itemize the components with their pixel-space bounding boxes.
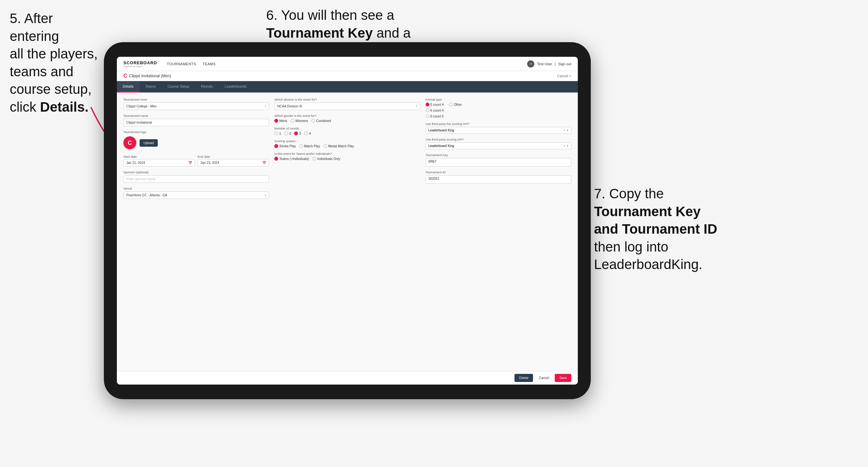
tablet-screen: SCOREBOARD Powered by clippd TOURNAMENTS… <box>117 57 578 384</box>
sign-out-link[interactable]: Sign out <box>558 62 571 66</box>
radio-r4-icon <box>304 131 308 135</box>
scoring-match[interactable]: Match Play <box>299 144 320 148</box>
teams-radio-group: Teams (+Individuals) Individuals Only <box>274 157 420 161</box>
round-3[interactable]: 3 <box>294 131 301 135</box>
rounds-radio-group: 1 2 3 4 <box>274 131 420 135</box>
tab-details[interactable]: Details <box>117 81 140 93</box>
tournament-id-label: Tournament ID <box>426 170 571 174</box>
radio-individuals-icon <box>312 157 316 161</box>
form-col-2: Which division is the event for? NCAA Di… <box>274 98 420 366</box>
teams-label: Is this event for Teams and/or Individua… <box>274 152 420 155</box>
format-other[interactable]: Other <box>449 102 462 106</box>
scoring-group: Scoring system Stroke Play Match Play <box>274 139 420 148</box>
tournament-name-input[interactable]: Clippd Invitational <box>123 119 269 126</box>
gender-womens[interactable]: Womens <box>290 119 308 123</box>
gender-group: Which gender is the event for? Mens Wome… <box>274 114 420 123</box>
end-date-input[interactable]: Jan 23, 2024 📅 <box>198 159 270 166</box>
tab-results[interactable]: Results <box>195 81 219 93</box>
nav-teams[interactable]: TEAMS <box>203 62 216 66</box>
radio-stroke-icon <box>274 144 278 148</box>
third-party2-label: Use third-party scoring API? <box>426 137 571 141</box>
annotation-bottom-right: 7. Copy the Tournament Key and Tournamen… <box>594 185 750 274</box>
scoring-medal[interactable]: Medal Match Play <box>323 144 354 148</box>
third-party2-input[interactable]: Leaderboard King × ▾ <box>426 143 571 149</box>
division-input[interactable]: NCAA Division III ▾ <box>274 102 420 110</box>
radio-womens-icon <box>290 119 294 123</box>
gender-radio-group: Mens Womens Combined <box>274 119 420 123</box>
date-row: Start date Jan 21, 2024 📅 End date Jan 2… <box>123 153 269 166</box>
chevron-down-icon: ▾ <box>265 105 266 108</box>
sponsor-input[interactable]: Enter sponsor name <box>123 175 269 183</box>
radio-6c4-icon <box>426 108 430 112</box>
logo-area: C Upload <box>123 136 269 149</box>
tournament-host-input[interactable]: Clippd College - Men ▾ <box>123 102 269 110</box>
venue-input[interactable]: Peachtree GC - Atlanta - GA ▾ <box>123 191 269 199</box>
teams-option[interactable]: Teams (+Individuals) <box>274 157 309 161</box>
format-label: Format type <box>426 98 571 101</box>
form-col-3: Format type 5 count 4 6 count 4 <box>426 98 571 366</box>
save-button[interactable]: Save <box>555 374 571 382</box>
tab-leaderboards[interactable]: Leaderboards <box>219 81 252 93</box>
format-6count5[interactable]: 6 count 5 <box>426 114 444 118</box>
sponsor-label: Sponsor (optional) <box>123 170 269 174</box>
nav-separator: | <box>555 62 556 66</box>
tournament-id-group: Tournament ID 302051 <box>426 170 571 184</box>
form-col-1: Tournament Host Clippd College - Men ▾ T… <box>123 98 269 366</box>
user-name: Test User <box>537 62 552 66</box>
breadcrumb-bar: C Clippd Invitational (Men) Cancel × <box>117 71 578 81</box>
start-date-group: Start date Jan 21, 2024 📅 <box>123 153 195 166</box>
start-date-input[interactable]: Jan 21, 2024 📅 <box>123 159 195 166</box>
radio-r1-icon <box>274 131 278 135</box>
gender-label: Which gender is the event for? <box>274 114 420 118</box>
logo-circle: C <box>123 136 136 149</box>
brand-title: SCOREBOARD <box>123 60 157 65</box>
tournament-key-group: Tournament Key bf8b7 <box>426 153 571 166</box>
radio-r2-icon <box>284 131 288 135</box>
tournament-host-group: Tournament Host Clippd College - Men ▾ <box>123 98 269 110</box>
breadcrumb-left: C Clippd Invitational (Men) <box>123 73 171 79</box>
sponsor-group: Sponsor (optional) Enter sponsor name <box>123 170 269 183</box>
breadcrumb-title: Clippd Invitational (Men) <box>129 74 171 78</box>
radio-other-icon <box>449 102 453 106</box>
breadcrumb-cancel[interactable]: Cancel × <box>557 74 571 78</box>
round-4[interactable]: 4 <box>304 131 311 135</box>
tab-teams[interactable]: Teams <box>140 81 162 93</box>
third-party1-group: Use third-party live scoring API? Leader… <box>426 122 571 134</box>
division-group: Which division is the event for? NCAA Di… <box>274 98 420 110</box>
scoring-stroke[interactable]: Stroke Play <box>274 144 296 148</box>
format-5count4[interactable]: 5 count 4 <box>426 102 444 106</box>
third-party2-clear[interactable]: × ▾ <box>563 144 568 148</box>
format-group: Format type 5 count 4 6 count 4 <box>426 98 571 118</box>
format-6count4[interactable]: 6 count 4 <box>426 108 444 112</box>
third-party1-label: Use third-party live scoring API? <box>426 122 571 126</box>
third-party1-clear[interactable]: × ▾ <box>563 128 568 132</box>
tournament-host-label: Tournament Host <box>123 98 269 101</box>
venue-group: Venue Peachtree GC - Atlanta - GA ▾ <box>123 187 269 199</box>
individuals-option[interactable]: Individuals Only <box>312 157 340 161</box>
round-1[interactable]: 1 <box>274 131 281 135</box>
teams-group: Is this event for Teams and/or Individua… <box>274 152 420 161</box>
main-content: Tournament Host Clippd College - Men ▾ T… <box>117 93 578 384</box>
tab-bar: Details Teams Course Setup Results Leade… <box>117 81 578 93</box>
gender-combined[interactable]: Combined <box>311 119 331 123</box>
nav-tournaments[interactable]: TOURNAMENTS <box>167 62 196 66</box>
radio-5c4-icon <box>426 102 430 106</box>
cancel-button[interactable]: Cancel <box>536 374 552 382</box>
radio-6c5-icon <box>426 114 430 118</box>
delete-button[interactable]: Delete <box>515 374 533 382</box>
chevron-tp2-icon: ▾ <box>567 144 568 148</box>
calendar-end-icon: 📅 <box>262 161 266 164</box>
tournament-name-label: Tournament name <box>123 114 269 118</box>
form-area: Tournament Host Clippd College - Men ▾ T… <box>117 93 578 371</box>
tablet-device: SCOREBOARD Powered by clippd TOURNAMENTS… <box>104 42 591 399</box>
round-2[interactable]: 2 <box>284 131 291 135</box>
third-party1-input[interactable]: Leaderboard King × ▾ <box>426 127 571 134</box>
gender-mens[interactable]: Mens <box>274 119 287 123</box>
tab-course-setup[interactable]: Course Setup <box>162 81 195 93</box>
bottom-bar: Delete Cancel Save <box>117 371 578 384</box>
division-label: Which division is the event for? <box>274 98 420 101</box>
upload-button[interactable]: Upload <box>140 139 158 147</box>
tournament-key-label: Tournament Key <box>426 153 571 157</box>
dates-group: Start date Jan 21, 2024 📅 End date Jan 2… <box>123 153 269 166</box>
calendar-icon: 📅 <box>188 161 192 164</box>
